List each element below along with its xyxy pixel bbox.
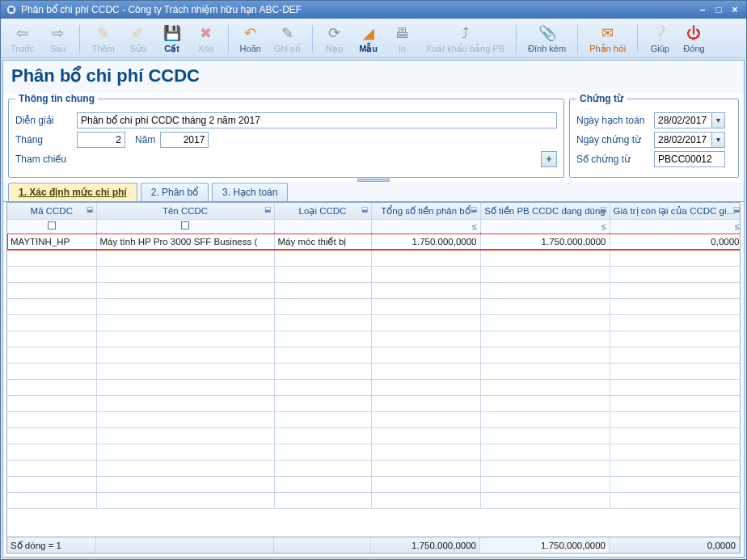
cell-loai[interactable]: Máy móc thiết bị [274,234,371,250]
tab-hach-toan[interactable]: 3. Hạch toán [212,183,288,201]
template-button[interactable]: ◢Mẫu [353,22,384,56]
close-window-button[interactable]: × [728,4,741,15]
cell-giatri[interactable]: 0,0000 [610,234,740,250]
print-button[interactable]: 🖶In [387,22,418,56]
table-row[interactable] [7,411,740,427]
table-row[interactable] [7,266,740,282]
dien-giai-input[interactable] [77,112,557,128]
export-button[interactable]: ⤴Xuất khẩu bảng PB [421,22,509,56]
cell-ten[interactable]: Máy tính HP Pro 3000 SFF Business ( [96,234,274,250]
cell-tong[interactable]: 1.750.000,0000 [371,234,480,250]
table-row[interactable]: MAYTINH_HPMáy tính HP Pro 3000 SFF Busin… [7,234,740,250]
cell-sotien[interactable]: 1.750.000,0000 [480,234,610,250]
attach-button[interactable]: 📎Đính kèm [523,22,571,56]
maximize-button[interactable]: □ [712,4,725,15]
reload-button[interactable]: ⟳Nạp [319,22,350,56]
edit-icon: ✐ [129,23,148,43]
tab-phan-bo[interactable]: 2. Phân bổ [141,183,209,201]
table-row[interactable] [7,347,740,363]
footer-count: Số dòng = 1 [7,537,96,553]
general-fieldset: Thông tin chung Diễn giải Tháng Năm Tham… [8,93,564,178]
col-ma[interactable]: Mã CCDC⬓ [7,203,96,219]
next-button[interactable]: ⇨Sau [42,22,73,56]
grid[interactable]: Mã CCDC⬓ Tên CCDC⬓ Loại CCDC⬓ Tổng số ti… [7,203,740,537]
table-row[interactable] [7,250,740,266]
col-ten[interactable]: Tên CCDC⬓ [96,203,274,219]
prev-button[interactable]: ⇦Trước [6,22,39,56]
page-title: Phân bổ chi phí CCDC [3,61,744,93]
table-row[interactable] [7,314,740,331]
so-chung-tu-label: Số chứng từ [576,154,649,165]
save-icon: 💾 [162,23,182,43]
add-icon: ✎ [94,23,113,43]
delete-button[interactable]: ✖Xóa [191,22,222,56]
pin-icon: ⬓ [264,205,272,213]
cell-ma[interactable]: MAYTINH_HP [7,234,96,250]
table-row[interactable] [7,476,740,492]
date-dropdown-1[interactable]: ▾ [712,112,725,128]
footer-tong: 1.750.000,0000 [371,537,480,553]
help-button[interactable]: ❔Giúp [644,22,675,56]
so-chung-tu-input[interactable] [654,151,725,167]
add-button[interactable]: ✎Thêm [87,22,119,56]
filter-sotien[interactable]: ≤ [480,219,610,234]
table-row[interactable] [7,492,740,508]
edit-button[interactable]: ✐Sửa [123,22,154,56]
table-row[interactable] [7,331,740,347]
col-sotien[interactable]: Số tiền PB CCDC đang dùng⬓ [480,203,610,219]
voucher-legend: Chứng từ [576,93,627,104]
ngay-hach-toan-input[interactable] [654,112,712,128]
table-row[interactable] [7,444,740,460]
table-row[interactable] [7,427,740,444]
minimize-button[interactable]: – [696,4,709,15]
filter-ten[interactable] [96,219,274,234]
footer-sotien: 1.750.000,0000 [480,537,610,553]
toolbar: ⇦Trước ⇨Sau ✎Thêm ✐Sửa 💾Cất ✖Xóa ↶Hoãn ✎… [1,19,746,58]
window-title: Phân bổ chi phí CCDC - Công ty Trách nhi… [21,4,302,15]
thang-input[interactable] [77,132,125,148]
add-reference-button[interactable]: + [541,151,557,167]
filter-giatri[interactable]: ≤ [610,219,740,234]
filter-ma[interactable] [7,219,96,234]
filter-loai[interactable] [274,219,371,234]
undo-button[interactable]: ↶Hoãn [235,22,266,56]
ngay-hach-toan-label: Ngày hạch toán [576,115,649,126]
app-icon [6,4,17,15]
template-icon: ◢ [359,23,378,43]
tabs: 1. Xác định mức chi phí 2. Phân bổ 3. Hạ… [3,183,744,202]
col-tong[interactable]: Tổng số tiền phân bổ⬓ [371,203,480,219]
ngay-chung-tu-input[interactable] [654,132,712,148]
grid-footer: Số dòng = 1 1.750.000,0000 1.750.000,000… [7,537,740,553]
table-row[interactable] [7,460,740,476]
tham-chieu-label: Tham chiếu [15,154,72,165]
paperclip-icon: 📎 [538,23,557,43]
chevron-down-icon: ▾ [716,135,720,144]
table-row[interactable] [7,379,740,395]
help-icon: ❔ [650,23,669,43]
nam-input[interactable] [160,132,209,148]
pin-icon: ⬓ [361,205,369,213]
date-dropdown-2[interactable]: ▾ [712,132,725,148]
feedback-button[interactable]: ✉Phản hồi [585,22,631,56]
table-row[interactable] [7,298,740,314]
nam-label: Năm [135,134,155,145]
undo-icon: ↶ [241,23,260,43]
table-row[interactable] [7,282,740,298]
save-button[interactable]: 💾Cất [157,22,188,56]
table-row[interactable] [7,395,740,411]
mail-icon: ✉ [598,23,618,43]
tab-xac-dinh[interactable]: 1. Xác định mức chi phí [8,183,137,201]
col-giatri[interactable]: Giá trị còn lại của CCDC giảm⬓ [610,203,740,219]
filter-tong[interactable]: ≤ [371,219,480,234]
plus-icon: + [546,154,551,165]
export-icon: ⤴ [455,23,475,43]
titlebar: Phân bổ chi phí CCDC - Công ty Trách nhi… [1,1,746,19]
chevron-down-icon: ▾ [716,116,720,124]
close-button[interactable]: ⏻Đóng [678,22,709,56]
voucher-fieldset: Chứng từ Ngày hạch toán ▾ Ngày chứng từ … [569,93,739,178]
col-loai[interactable]: Loại CCDC⬓ [274,203,371,219]
arrow-left-icon: ⇦ [13,23,32,43]
arrow-right-icon: ⇨ [48,23,67,43]
table-row[interactable] [7,363,740,379]
post-button[interactable]: ✎Ghi sổ [269,22,306,56]
